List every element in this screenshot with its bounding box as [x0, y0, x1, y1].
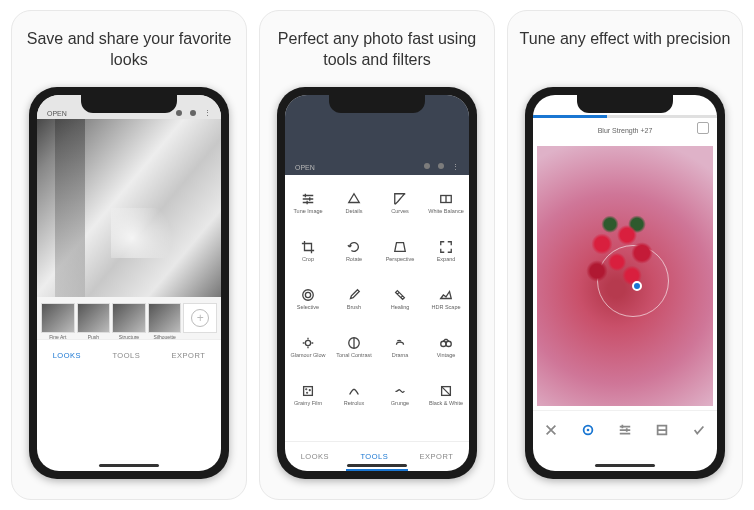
tools-grid: Tune Image Details Curves White Balance … [285, 175, 469, 441]
drama-icon [393, 336, 407, 350]
phone-mockup: OPEN ⋮ Tune Image Details Curves White B… [277, 87, 477, 479]
open-button: OPEN [295, 164, 315, 171]
compare-icon[interactable] [697, 122, 709, 134]
tool-grunge[interactable]: Grunge [377, 371, 423, 419]
app-screen-tune: Blur Strength +27 [533, 95, 717, 471]
retrolux-icon [347, 384, 361, 398]
plus-icon: + [191, 309, 209, 327]
tool-white-balance[interactable]: White Balance [423, 179, 469, 227]
healing-icon [393, 288, 407, 302]
phone-mockup: Blur Strength +27 [525, 87, 725, 479]
svg-point-8 [306, 389, 307, 390]
crop-icon [301, 240, 315, 254]
more-icon: ⋮ [452, 163, 459, 171]
brush-icon [347, 288, 361, 302]
phone-mockup: OPEN ⋮ Fine Art Push Structure Silhouett… [29, 87, 229, 479]
glow-icon [301, 336, 315, 350]
wb-icon [439, 192, 453, 206]
tab-looks[interactable]: LOOKS [301, 452, 329, 461]
panel-headline: Save and share your favorite looks [20, 29, 238, 73]
flash-icon[interactable] [176, 110, 182, 116]
tune-icon [301, 192, 315, 206]
tool-expand[interactable]: Expand [423, 227, 469, 275]
tool-grainy-film[interactable]: Grainy Film [285, 371, 331, 419]
svg-point-5 [441, 341, 446, 346]
style-button[interactable] [654, 422, 670, 438]
tool-details[interactable]: Details [331, 179, 377, 227]
details-icon [347, 192, 361, 206]
effect-bottom-bar [533, 410, 717, 448]
apply-button[interactable] [691, 422, 707, 438]
tonal-icon [347, 336, 361, 350]
phone-notch [329, 95, 425, 113]
tool-retrolux[interactable]: Retrolux [331, 371, 377, 419]
app-screen-looks: OPEN ⋮ Fine Art Push Structure Silhouett… [37, 95, 221, 471]
tool-crop[interactable]: Crop [285, 227, 331, 275]
svg-point-2 [303, 290, 314, 301]
tab-tools[interactable]: TOOLS [360, 452, 388, 461]
effect-value: Blur Strength +27 [598, 127, 653, 134]
rotate-icon [347, 240, 361, 254]
panel-headline: Perfect any photo fast using tools and f… [268, 29, 486, 73]
svg-point-1 [305, 292, 310, 297]
tool-glamour-glow[interactable]: Glamour Glow [285, 323, 331, 371]
panel-headline: Tune any effect with precision [520, 29, 731, 73]
photo-preview[interactable] [537, 146, 713, 406]
tool-vintage[interactable]: Vintage [423, 323, 469, 371]
tool-brush[interactable]: Brush [331, 275, 377, 323]
phone-notch [81, 95, 177, 113]
tab-export[interactable]: EXPORT [420, 452, 454, 461]
hdr-icon [439, 288, 453, 302]
look-thumb[interactable]: Structure [112, 303, 146, 333]
look-thumb[interactable]: Silhouette [148, 303, 182, 333]
add-look-button[interactable]: + [183, 303, 217, 333]
grunge-icon [393, 384, 407, 398]
bw-icon [439, 384, 453, 398]
tool-hdr-scape[interactable]: HDR Scape [423, 275, 469, 323]
tool-tonal-contrast[interactable]: Tonal Contrast [331, 323, 377, 371]
more-icon[interactable]: ⋮ [204, 109, 211, 117]
tool-black-white[interactable]: Black & White [423, 371, 469, 419]
cancel-button[interactable] [543, 422, 559, 438]
perspective-icon [393, 240, 407, 254]
info-icon [438, 163, 444, 169]
bottom-tabs: LOOKS TOOLS EXPORT [37, 339, 221, 371]
adjust-button[interactable] [617, 422, 633, 438]
photo-content [572, 208, 672, 298]
svg-point-3 [305, 340, 310, 345]
look-thumb[interactable]: Push [77, 303, 111, 333]
tool-curves[interactable]: Curves [377, 179, 423, 227]
home-indicator [99, 464, 159, 467]
open-button[interactable]: OPEN [47, 110, 67, 117]
svg-point-6 [446, 341, 451, 346]
tool-rotate[interactable]: Rotate [331, 227, 377, 275]
showcase-panel-3: Tune any effect with precision Blur Stre… [507, 10, 743, 500]
flash-icon [424, 163, 430, 169]
film-icon [301, 384, 315, 398]
svg-point-13 [587, 428, 590, 431]
info-icon[interactable] [190, 110, 196, 116]
tab-tools[interactable]: TOOLS [112, 351, 140, 360]
tool-perspective[interactable]: Perspective [377, 227, 423, 275]
expand-icon [439, 240, 453, 254]
svg-rect-7 [304, 386, 313, 395]
look-thumb[interactable]: Fine Art [41, 303, 75, 333]
tool-selective[interactable]: Selective [285, 275, 331, 323]
selective-icon [301, 288, 315, 302]
looks-thumbnails: Fine Art Push Structure Silhouette + [37, 297, 221, 339]
curves-icon [393, 192, 407, 206]
home-indicator [347, 464, 407, 467]
main-photo[interactable] [37, 119, 221, 297]
tool-drama[interactable]: Drama [377, 323, 423, 371]
home-indicator [595, 464, 655, 467]
tab-export[interactable]: EXPORT [172, 351, 206, 360]
tab-looks[interactable]: LOOKS [53, 351, 81, 360]
showcase-panel-1: Save and share your favorite looks OPEN … [11, 10, 247, 500]
svg-point-10 [307, 392, 308, 393]
app-screen-tools: OPEN ⋮ Tune Image Details Curves White B… [285, 95, 469, 471]
tool-tune-image[interactable]: Tune Image [285, 179, 331, 227]
blur-shape-button[interactable] [580, 422, 596, 438]
phone-notch [577, 95, 673, 113]
tool-healing[interactable]: Healing [377, 275, 423, 323]
effect-title-bar: Blur Strength +27 [533, 118, 717, 142]
